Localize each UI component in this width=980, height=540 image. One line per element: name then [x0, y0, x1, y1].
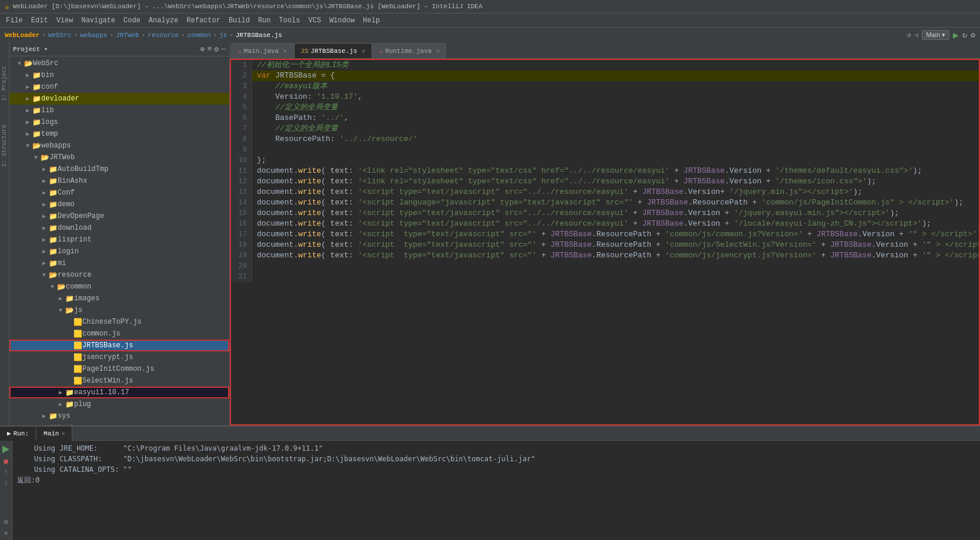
menu-help[interactable]: Help: [359, 15, 383, 26]
collapse-icon[interactable]: ≡: [208, 45, 212, 53]
tree-item-autobuildtmp[interactable]: ▶ 📁 AutoBuildTmp: [9, 163, 229, 175]
tree-item-images[interactable]: ▶ 📁 images: [9, 293, 229, 304]
project-panel-label[interactable]: 1: Project: [1, 66, 8, 101]
menu-window[interactable]: Window: [326, 15, 358, 26]
file-tree[interactable]: ▼ 📂 WebSrc ▶ 📁 bin ▶ 📁 conf ▶ 📁 devloade…: [9, 56, 229, 425]
menu-analyze[interactable]: Analyze: [145, 15, 182, 26]
tree-item-commonjs[interactable]: 🟨 common.js: [9, 328, 229, 340]
scroll-up-button[interactable]: ↑: [4, 468, 8, 477]
tree-label-selectwin: SelectWin.js: [82, 377, 229, 385]
tab-jrtbsbase[interactable]: JS JRTBSBase.js ✕: [294, 43, 372, 58]
settings-icon[interactable]: ⚙: [214, 45, 219, 54]
menu-run[interactable]: Run: [255, 15, 275, 26]
tree-item-lib[interactable]: ▶ 📁 lib: [9, 105, 229, 116]
tree-item-download[interactable]: ▶ 📁 download: [9, 222, 229, 234]
js-file-icon: 🟨: [73, 377, 82, 385]
tree-item-jsencrypt[interactable]: 🟨 jsencrypt.js: [9, 351, 229, 363]
tree-item-bin[interactable]: ▶ 📁 bin: [9, 69, 229, 81]
tree-label-webapps: webapps: [41, 142, 229, 150]
tree-item-temp[interactable]: ▶ 📁 temp: [9, 128, 229, 140]
menu-edit[interactable]: Edit: [28, 15, 52, 26]
code-editor[interactable]: 1 //初始化一个全局的LIS类 2 var JRTBSBase = { 3 /…: [230, 59, 980, 425]
menu-file[interactable]: File: [2, 15, 26, 26]
tree-label-logs: logs: [41, 118, 229, 126]
tree-label-download: download: [58, 224, 229, 232]
tab-label-mainjava: Main.java: [244, 48, 279, 55]
minimize-icon[interactable]: —: [221, 45, 226, 53]
close-tab-runtime[interactable]: ✕: [436, 48, 440, 55]
tree-item-binashx[interactable]: ▶ 📁 BinAshx: [9, 175, 229, 187]
tab-runtime[interactable]: ☕ Runtime.java ✕: [373, 43, 447, 58]
tree-item-resource[interactable]: ▼ 📂 resource: [9, 269, 229, 281]
update-config-button[interactable]: ↻: [962, 30, 967, 40]
tree-item-pageinitcommon[interactable]: 🟨 PageInitCommon.js: [9, 363, 229, 375]
tree-item-jrtbsbase[interactable]: 🟨 JRTBSBase.js: [9, 340, 229, 351]
back-button[interactable]: ◁: [915, 31, 919, 39]
structure-panel-label[interactable]: 2: Structure: [1, 125, 8, 167]
tree-label-lisprint: lisprint: [58, 236, 229, 244]
tree-item-plug[interactable]: ▶ 📁 plug: [9, 398, 229, 410]
tree-item-websrc[interactable]: ▼ 📂 WebSrc: [9, 58, 229, 69]
console-line-4: 返回:0: [17, 475, 975, 485]
close-panel-button[interactable]: ✕: [4, 529, 8, 538]
code-line-1: 1 //初始化一个全局的LIS类: [231, 60, 979, 71]
console-area: ▶ ■ ↑ ↓ ⚙ ✕ Using JRE_HOME: "C:\Program …: [0, 441, 980, 540]
folder-icon: 📁: [32, 71, 41, 80]
tab-mainjava[interactable]: ☕ Main.java ✕: [231, 43, 293, 58]
run-button[interactable]: ▶: [953, 29, 959, 41]
bottom-tab-main[interactable]: Main ✕: [36, 427, 72, 441]
close-main-tab[interactable]: ✕: [61, 430, 65, 437]
settings-button[interactable]: ⚙: [971, 31, 975, 40]
folder-open-icon: 📂: [32, 142, 41, 150]
tree-item-mi[interactable]: ▶ 📁 mi: [9, 257, 229, 269]
menu-tools[interactable]: Tools: [276, 15, 304, 26]
folder-icon: 📁: [32, 83, 41, 92]
stop-side-button[interactable]: ■: [4, 457, 8, 466]
tree-label-devloader: devloader: [41, 95, 229, 103]
tree-item-js[interactable]: ▼ 📂 js: [9, 304, 229, 316]
tree-item-login[interactable]: ▶ 📁 login: [9, 246, 229, 257]
close-tab-jrtbsbase[interactable]: ✕: [362, 48, 366, 55]
tree-item-webapps[interactable]: ▼ 📂 webapps: [9, 140, 229, 152]
tree-item-demo[interactable]: ▶ 📁 demo: [9, 199, 229, 210]
update-button[interactable]: ↺: [907, 31, 911, 39]
js-file-icon: 🟨: [73, 341, 82, 350]
code-line-2: 2 var JRTBSBase = {: [231, 71, 979, 81]
tree-item-devloader[interactable]: ▶ 📁 devloader: [9, 93, 229, 105]
code-line-21: 21: [231, 271, 979, 282]
bc-root[interactable]: WebLoader: [5, 32, 39, 39]
tree-label-websrc: WebSrc: [33, 59, 229, 68]
menu-view[interactable]: View: [53, 15, 77, 26]
tree-item-sys[interactable]: ▶ 📁 sys: [9, 410, 229, 422]
scroll-down-button[interactable]: ↓: [4, 479, 8, 487]
folder-open-icon: 📂: [56, 283, 66, 291]
menu-code[interactable]: Code: [120, 15, 144, 26]
menu-vcs[interactable]: VCS: [305, 15, 325, 26]
tree-label-login: login: [58, 247, 229, 256]
folder-open-icon: 📂: [24, 59, 33, 68]
menu-refactor[interactable]: Refactor: [183, 15, 224, 26]
bottom-tab-run[interactable]: ▶ Run:: [0, 427, 36, 441]
tree-item-chinesetopy[interactable]: 🟨 ChineseToPY.js: [9, 316, 229, 328]
tree-label-temp: temp: [41, 130, 229, 138]
tree-item-common[interactable]: ▼ 📂 common: [9, 281, 229, 293]
tree-item-selectwin[interactable]: 🟨 SelectWin.js: [9, 375, 229, 387]
tree-item-devopenpage[interactable]: ▶ 📁 DevOpenPage: [9, 210, 229, 222]
tree-item-lisprint[interactable]: ▶ 📁 lisprint: [9, 234, 229, 246]
tree-item-conf[interactable]: ▶ 📁 conf: [9, 81, 229, 93]
folder-icon: 📁: [65, 400, 74, 409]
run-config-dropdown[interactable]: Main ▾: [922, 30, 949, 40]
menu-build[interactable]: Build: [225, 15, 253, 26]
tree-item-easyui[interactable]: ▶ 📁 easyui1.10.17: [9, 387, 229, 398]
run-side-button[interactable]: ▶: [2, 443, 9, 454]
menu-navigate[interactable]: Navigate: [78, 15, 119, 26]
tree-label-jsencrypt: jsencrypt.js: [82, 353, 229, 361]
tree-item-jrtweb[interactable]: ▼ 📂 JRTWeb: [9, 152, 229, 163]
folder-icon: 📁: [65, 388, 74, 397]
close-tab-mainjava[interactable]: ✕: [283, 48, 287, 55]
tree-item-test[interactable]: ▶ 📁 test: [9, 422, 229, 425]
locate-file-icon[interactable]: ⊕: [200, 45, 205, 54]
tree-item-logs[interactable]: ▶ 📁 logs: [9, 116, 229, 128]
settings-side-button[interactable]: ⚙: [4, 518, 8, 526]
tree-item-conf2[interactable]: ▶ 📁 Conf: [9, 187, 229, 199]
